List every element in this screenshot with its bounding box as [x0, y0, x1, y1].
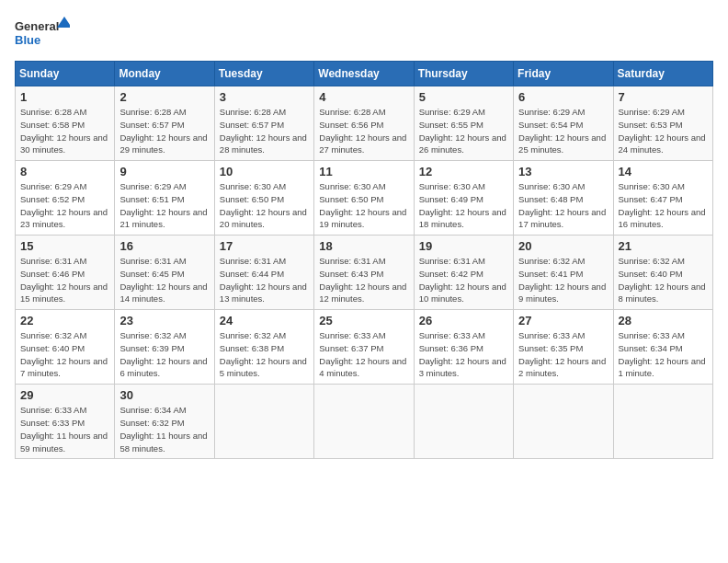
calendar-cell: 14 Sunrise: 6:30 AMSunset: 6:47 PMDaylig… — [613, 161, 712, 236]
day-number: 20 — [518, 239, 608, 253]
calendar-cell: 6 Sunrise: 6:29 AMSunset: 6:54 PMDayligh… — [514, 86, 613, 161]
calendar-cell: 10 Sunrise: 6:30 AMSunset: 6:50 PMDaylig… — [214, 161, 313, 236]
day-number: 6 — [518, 90, 608, 104]
day-detail: Sunrise: 6:30 AMSunset: 6:47 PMDaylight:… — [619, 181, 706, 229]
logo-svg: General Blue — [15, 15, 70, 52]
day-detail: Sunrise: 6:28 AMSunset: 6:57 PMDaylight:… — [220, 107, 307, 155]
day-detail: Sunrise: 6:30 AMSunset: 6:49 PMDaylight:… — [419, 181, 506, 229]
day-number: 26 — [419, 314, 508, 327]
day-detail: Sunrise: 6:33 AMSunset: 6:33 PMDaylight:… — [20, 405, 108, 453]
calendar-cell: 15 Sunrise: 6:31 AMSunset: 6:46 PMDaylig… — [16, 236, 115, 310]
calendar-week-2: 8 Sunrise: 6:29 AMSunset: 6:52 PMDayligh… — [16, 161, 713, 236]
day-number: 27 — [518, 314, 608, 327]
weekday-header-saturday: Saturday — [613, 62, 712, 86]
logo: General Blue — [15, 15, 70, 52]
calendar-cell: 4 Sunrise: 6:28 AMSunset: 6:56 PMDayligh… — [314, 86, 414, 161]
day-detail: Sunrise: 6:31 AMSunset: 6:42 PMDaylight:… — [419, 256, 506, 304]
calendar-cell: 1 Sunrise: 6:28 AMSunset: 6:58 PMDayligh… — [16, 86, 115, 161]
day-number: 28 — [619, 314, 708, 327]
calendar-cell: 23 Sunrise: 6:32 AMSunset: 6:39 PMDaylig… — [115, 310, 214, 385]
calendar-cell: 17 Sunrise: 6:31 AMSunset: 6:44 PMDaylig… — [214, 236, 313, 310]
day-number: 3 — [220, 90, 309, 104]
day-detail: Sunrise: 6:28 AMSunset: 6:57 PMDaylight:… — [119, 107, 207, 155]
day-detail: Sunrise: 6:31 AMSunset: 6:43 PMDaylight:… — [319, 256, 406, 304]
day-number: 8 — [20, 165, 109, 178]
day-number: 23 — [119, 314, 209, 327]
calendar-cell: 16 Sunrise: 6:31 AMSunset: 6:45 PMDaylig… — [115, 236, 214, 310]
day-detail: Sunrise: 6:32 AMSunset: 6:40 PMDaylight:… — [619, 256, 706, 304]
day-number: 1 — [20, 90, 109, 104]
day-number: 5 — [419, 90, 508, 104]
calendar-cell: 27 Sunrise: 6:33 AMSunset: 6:35 PMDaylig… — [514, 310, 613, 385]
day-detail: Sunrise: 6:31 AMSunset: 6:44 PMDaylight:… — [220, 256, 307, 304]
day-number: 10 — [220, 165, 309, 178]
day-number: 22 — [20, 314, 109, 327]
weekday-header-friday: Friday — [514, 62, 613, 86]
day-number: 25 — [319, 314, 408, 327]
calendar-cell — [514, 385, 613, 459]
calendar-cell: 29 Sunrise: 6:33 AMSunset: 6:33 PMDaylig… — [16, 385, 115, 459]
day-detail: Sunrise: 6:30 AMSunset: 6:50 PMDaylight:… — [319, 181, 406, 229]
weekday-header-wednesday: Wednesday — [314, 62, 414, 86]
calendar-cell: 13 Sunrise: 6:30 AMSunset: 6:48 PMDaylig… — [514, 161, 613, 236]
day-detail: Sunrise: 6:30 AMSunset: 6:50 PMDaylight:… — [220, 181, 307, 229]
page-header: General Blue — [15, 15, 713, 52]
calendar-cell: 30 Sunrise: 6:34 AMSunset: 6:32 PMDaylig… — [115, 385, 214, 459]
day-detail: Sunrise: 6:30 AMSunset: 6:48 PMDaylight:… — [518, 181, 606, 229]
calendar-cell: 21 Sunrise: 6:32 AMSunset: 6:40 PMDaylig… — [613, 236, 712, 310]
day-detail: Sunrise: 6:29 AMSunset: 6:54 PMDaylight:… — [518, 107, 606, 155]
weekday-header-sunday: Sunday — [16, 62, 115, 86]
day-detail: Sunrise: 6:33 AMSunset: 6:37 PMDaylight:… — [319, 330, 406, 378]
calendar-cell: 7 Sunrise: 6:29 AMSunset: 6:53 PMDayligh… — [613, 86, 712, 161]
day-detail: Sunrise: 6:29 AMSunset: 6:52 PMDaylight:… — [20, 181, 108, 229]
calendar-cell: 2 Sunrise: 6:28 AMSunset: 6:57 PMDayligh… — [115, 86, 214, 161]
calendar-cell: 24 Sunrise: 6:32 AMSunset: 6:38 PMDaylig… — [214, 310, 313, 385]
calendar-cell: 12 Sunrise: 6:30 AMSunset: 6:49 PMDaylig… — [414, 161, 513, 236]
weekday-header-monday: Monday — [115, 62, 214, 86]
day-detail: Sunrise: 6:29 AMSunset: 6:53 PMDaylight:… — [619, 107, 706, 155]
day-detail: Sunrise: 6:34 AMSunset: 6:32 PMDaylight:… — [119, 405, 207, 453]
calendar-cell: 3 Sunrise: 6:28 AMSunset: 6:57 PMDayligh… — [214, 86, 313, 161]
weekday-header-tuesday: Tuesday — [214, 62, 313, 86]
calendar-cell — [414, 385, 513, 459]
calendar-week-5: 29 Sunrise: 6:33 AMSunset: 6:33 PMDaylig… — [16, 385, 713, 459]
calendar-cell: 28 Sunrise: 6:33 AMSunset: 6:34 PMDaylig… — [613, 310, 712, 385]
calendar-week-3: 15 Sunrise: 6:31 AMSunset: 6:46 PMDaylig… — [16, 236, 713, 310]
calendar-cell — [613, 385, 712, 459]
day-detail: Sunrise: 6:32 AMSunset: 6:39 PMDaylight:… — [119, 330, 207, 378]
day-number: 13 — [518, 165, 608, 178]
day-detail: Sunrise: 6:31 AMSunset: 6:46 PMDaylight:… — [20, 256, 108, 304]
calendar-cell: 5 Sunrise: 6:29 AMSunset: 6:55 PMDayligh… — [414, 86, 513, 161]
day-number: 15 — [20, 239, 109, 253]
day-number: 9 — [119, 165, 209, 178]
calendar-cell: 19 Sunrise: 6:31 AMSunset: 6:42 PMDaylig… — [414, 236, 513, 310]
day-detail: Sunrise: 6:29 AMSunset: 6:55 PMDaylight:… — [419, 107, 506, 155]
day-number: 17 — [220, 239, 309, 253]
day-detail: Sunrise: 6:31 AMSunset: 6:45 PMDaylight:… — [119, 256, 207, 304]
calendar-cell: 20 Sunrise: 6:32 AMSunset: 6:41 PMDaylig… — [514, 236, 613, 310]
calendar-table: SundayMondayTuesdayWednesdayThursdayFrid… — [15, 61, 713, 459]
calendar-cell: 26 Sunrise: 6:33 AMSunset: 6:36 PMDaylig… — [414, 310, 513, 385]
calendar-cell — [314, 385, 414, 459]
day-number: 11 — [319, 165, 408, 178]
calendar-cell: 22 Sunrise: 6:32 AMSunset: 6:40 PMDaylig… — [16, 310, 115, 385]
day-number: 2 — [119, 90, 209, 104]
weekday-header-thursday: Thursday — [414, 62, 513, 86]
calendar-cell: 9 Sunrise: 6:29 AMSunset: 6:51 PMDayligh… — [115, 161, 214, 236]
day-detail: Sunrise: 6:29 AMSunset: 6:51 PMDaylight:… — [119, 181, 207, 229]
calendar-cell: 8 Sunrise: 6:29 AMSunset: 6:52 PMDayligh… — [16, 161, 115, 236]
day-number: 4 — [319, 90, 408, 104]
day-number: 21 — [619, 239, 708, 253]
day-number: 29 — [20, 388, 109, 402]
day-detail: Sunrise: 6:32 AMSunset: 6:38 PMDaylight:… — [220, 330, 307, 378]
day-number: 24 — [220, 314, 309, 327]
day-number: 30 — [119, 388, 209, 402]
calendar-cell: 11 Sunrise: 6:30 AMSunset: 6:50 PMDaylig… — [314, 161, 414, 236]
day-number: 19 — [419, 239, 508, 253]
day-detail: Sunrise: 6:32 AMSunset: 6:41 PMDaylight:… — [518, 256, 606, 304]
day-detail: Sunrise: 6:32 AMSunset: 6:40 PMDaylight:… — [20, 330, 108, 378]
calendar-cell: 18 Sunrise: 6:31 AMSunset: 6:43 PMDaylig… — [314, 236, 414, 310]
day-detail: Sunrise: 6:33 AMSunset: 6:35 PMDaylight:… — [518, 330, 606, 378]
day-number: 12 — [419, 165, 508, 178]
day-number: 16 — [119, 239, 209, 253]
